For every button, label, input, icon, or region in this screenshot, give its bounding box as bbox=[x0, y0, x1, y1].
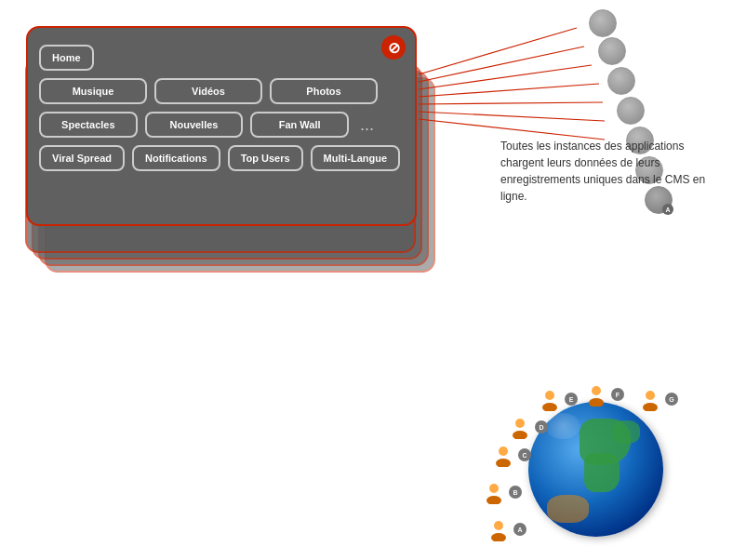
globe-badge-a: A bbox=[513, 523, 526, 536]
svg-point-17 bbox=[592, 386, 601, 395]
svg-line-0 bbox=[419, 28, 577, 74]
globe-orange bbox=[547, 495, 589, 523]
globe-badge-g: G bbox=[665, 393, 678, 406]
svg-point-7 bbox=[494, 521, 503, 530]
globe-badge-f: F bbox=[611, 388, 624, 401]
photos-button[interactable]: Photos bbox=[270, 78, 378, 104]
globe-section: A B C bbox=[482, 341, 705, 546]
user-icon-7 bbox=[589, 9, 617, 37]
svg-point-20 bbox=[643, 403, 658, 411]
user-figure-e bbox=[538, 387, 562, 411]
svg-point-13 bbox=[515, 419, 525, 428]
svg-point-16 bbox=[542, 403, 557, 411]
globe-user-d: D bbox=[508, 415, 548, 439]
button-row-4: Viral Spread Notifications Top Users Mul… bbox=[39, 145, 378, 171]
svg-point-14 bbox=[513, 431, 527, 439]
svg-point-19 bbox=[646, 391, 655, 400]
button-row-1: Home bbox=[39, 45, 378, 71]
home-button[interactable]: Home bbox=[39, 45, 94, 71]
spectacles-button[interactable]: Spectacles bbox=[39, 112, 138, 138]
svg-point-9 bbox=[489, 484, 499, 493]
globe-user-g: G bbox=[638, 387, 678, 411]
svg-point-10 bbox=[486, 496, 501, 504]
musique-button[interactable]: Musique bbox=[39, 78, 147, 104]
notifications-button[interactable]: Notifications bbox=[132, 145, 220, 171]
globe-user-f: F bbox=[584, 382, 624, 407]
globe-user-c: C bbox=[491, 443, 531, 467]
globe-badge-c: C bbox=[518, 448, 531, 461]
svg-line-6 bbox=[419, 119, 605, 140]
fan-wall-button[interactable]: Fan Wall bbox=[250, 112, 349, 138]
videos-button[interactable]: Vidéos bbox=[154, 78, 262, 104]
close-icon[interactable]: ⊘ bbox=[381, 35, 406, 60]
svg-line-2 bbox=[419, 65, 592, 89]
user-icon-5 bbox=[607, 67, 635, 95]
globe-land-east bbox=[612, 420, 640, 444]
user-figure-b bbox=[482, 480, 506, 504]
svg-point-11 bbox=[499, 447, 508, 456]
user-figure-c bbox=[491, 443, 515, 467]
globe-user-a: A bbox=[486, 517, 526, 541]
svg-point-8 bbox=[491, 533, 506, 541]
multi-langue-button[interactable]: Multi-Langue bbox=[311, 145, 400, 171]
top-users-button[interactable]: Top Users bbox=[228, 145, 303, 171]
svg-line-1 bbox=[419, 47, 584, 82]
main-card: ⊘ Home Musique Vidéos Photos Spectacles … bbox=[26, 26, 417, 226]
globe-user-e: E bbox=[538, 387, 578, 411]
button-row-2: Musique Vidéos Photos bbox=[39, 78, 378, 104]
card-buttons-container: Home Musique Vidéos Photos Spectacles No… bbox=[39, 41, 378, 179]
user-figure-a bbox=[486, 517, 511, 541]
svg-point-15 bbox=[545, 391, 554, 400]
user-figure-f bbox=[584, 382, 608, 407]
globe-badge-b: B bbox=[509, 486, 522, 499]
nouvelles-button[interactable]: Nouvelles bbox=[145, 112, 244, 138]
more-button[interactable]: ... bbox=[356, 112, 378, 138]
description-text: Toutes les instances des applications ch… bbox=[500, 138, 714, 205]
svg-line-3 bbox=[419, 84, 599, 97]
globe-badge-d: D bbox=[535, 420, 548, 433]
svg-line-5 bbox=[419, 112, 605, 121]
user-figure-d bbox=[508, 415, 532, 439]
globe-user-b: B bbox=[482, 480, 522, 504]
button-row-3: Spectacles Nouvelles Fan Wall ... bbox=[39, 112, 378, 138]
globe bbox=[528, 402, 663, 537]
user-icon-4 bbox=[617, 97, 645, 125]
svg-point-12 bbox=[496, 459, 511, 467]
globe-land-africa bbox=[584, 453, 620, 492]
svg-line-4 bbox=[419, 102, 603, 104]
user-badge-a: A bbox=[662, 204, 673, 215]
globe-badge-e: E bbox=[565, 393, 578, 406]
viral-spread-button[interactable]: Viral Spread bbox=[39, 145, 125, 171]
user-icon-6 bbox=[598, 37, 626, 65]
svg-point-18 bbox=[589, 398, 604, 407]
globe-highlight bbox=[545, 413, 580, 439]
user-figure-g bbox=[638, 387, 662, 411]
